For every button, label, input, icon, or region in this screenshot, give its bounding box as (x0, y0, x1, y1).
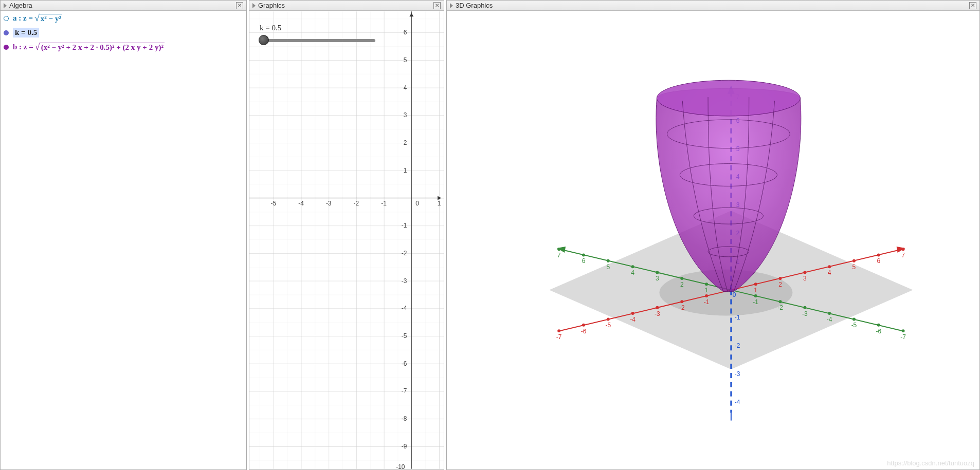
watermark: https://blog.csdn.net/tuntuozq (887, 459, 974, 467)
svg-point-110 (657, 80, 800, 116)
svg-point-96 (902, 329, 905, 332)
algebra-item-b[interactable]: b : z = √(x² − y² + 2 x + 2 · 0.5)² + (2… (1, 40, 246, 54)
visibility-toggle-k[interactable] (4, 30, 9, 35)
svg-text:6: 6 (404, 29, 407, 36)
svg-point-76 (631, 265, 634, 268)
3d-header[interactable]: 3D Graphics ✕ (447, 1, 979, 11)
collapse-icon[interactable] (252, 3, 256, 8)
svg-point-86 (779, 300, 782, 303)
svg-point-52 (877, 253, 880, 256)
svg-point-84 (754, 294, 757, 297)
svg-text:-9: -9 (402, 443, 407, 450)
svg-point-92 (852, 317, 856, 321)
algebra-header[interactable]: Algebra ✕ (1, 1, 246, 11)
svg-text:4: 4 (404, 84, 407, 91)
svg-text:-3: -3 (326, 200, 332, 207)
svg-text:-5: -5 (605, 322, 611, 329)
svg-text:2: 2 (680, 281, 684, 288)
slider-thumb[interactable] (259, 35, 269, 45)
close-icon[interactable]: ✕ (236, 2, 243, 9)
svg-text:-5: -5 (851, 322, 857, 329)
svg-text:-7: -7 (556, 333, 562, 341)
svg-text:-6: -6 (581, 328, 587, 335)
svg-point-94 (877, 324, 880, 327)
svg-text:0: 0 (415, 200, 419, 207)
svg-text:1: 1 (754, 287, 757, 294)
svg-point-78 (607, 259, 610, 262)
graphics-title: Graphics (258, 2, 433, 9)
svg-text:-6: -6 (876, 328, 881, 335)
algebra-panel: Algebra ✕ a : z = √x² − y² k = 0.5 b : z… (0, 0, 247, 470)
svg-text:6: 6 (877, 257, 880, 265)
svg-point-46 (803, 271, 806, 274)
svg-text:1: 1 (404, 167, 407, 174)
svg-text:-4: -4 (827, 316, 832, 323)
svg-text:-1: -1 (381, 200, 387, 207)
svg-text:2: 2 (404, 139, 407, 146)
graphics-header[interactable]: Graphics ✕ (249, 1, 444, 11)
svg-text:-10: -10 (396, 463, 405, 469)
collapse-icon[interactable] (4, 3, 7, 8)
svg-text:-3: -3 (735, 370, 740, 378)
svg-point-66 (582, 324, 585, 327)
svg-point-56 (705, 294, 708, 297)
formula-a-prefix: a : z = (13, 14, 33, 23)
3d-canvas[interactable]: 1234567-1-2-3-4-5-6-7 1234567-1-2-3-4-5-… (447, 11, 979, 469)
svg-text:-3: -3 (402, 277, 407, 285)
algebra-item-k[interactable]: k = 0.5 (1, 26, 246, 40)
close-icon[interactable]: ✕ (969, 2, 976, 9)
collapse-icon[interactable] (450, 3, 453, 8)
svg-point-74 (656, 271, 659, 274)
svg-text:-1: -1 (402, 222, 407, 229)
svg-point-82 (557, 248, 560, 251)
3d-graphics-panel: 3D Graphics ✕ 1234567-1-2-3-4-5-6-7 (446, 0, 980, 470)
svg-text:6: 6 (582, 257, 586, 265)
svg-text:4: 4 (631, 269, 634, 276)
svg-text:-6: -6 (402, 360, 407, 367)
svg-text:-1: -1 (753, 298, 758, 306)
svg-text:1: 1 (705, 287, 709, 294)
slider-track[interactable] (262, 39, 375, 42)
graphics-canvas[interactable]: -5 -4 -3 -2 -1 0 1 6 5 4 3 2 1 -1 -2 -3 … (249, 11, 444, 469)
svg-point-68 (557, 329, 560, 332)
svg-text:-7: -7 (900, 333, 906, 341)
formula-b-prefix: b : z = (13, 43, 33, 51)
svg-text:-5: -5 (270, 200, 276, 207)
svg-point-62 (631, 312, 634, 315)
formula-b-sqrt: √(x² − y² + 2 x + 2 · 0.5)² + (2 x y + 2… (33, 42, 165, 52)
svg-text:-3: -3 (802, 310, 808, 317)
svg-text:5: 5 (606, 264, 610, 271)
svg-point-88 (803, 306, 806, 309)
algebra-body: a : z = √x² − y² k = 0.5 b : z = √(x² − … (1, 11, 246, 469)
algebra-item-a[interactable]: a : z = √x² − y² (1, 11, 246, 26)
svg-text:-2: -2 (777, 304, 783, 311)
svg-text:-2: -2 (402, 250, 407, 257)
svg-text:3: 3 (656, 275, 659, 282)
svg-text:3: 3 (803, 275, 807, 282)
svg-text:5: 5 (852, 264, 856, 271)
svg-text:0: 0 (733, 291, 736, 298)
svg-text:-3: -3 (655, 310, 660, 317)
svg-text:-8: -8 (402, 415, 407, 422)
svg-point-80 (582, 253, 585, 256)
3d-title: 3D Graphics (456, 2, 969, 9)
svg-text:7: 7 (557, 252, 561, 259)
svg-text:-4: -4 (402, 305, 407, 312)
svg-point-72 (680, 277, 683, 280)
svg-text:-7: -7 (402, 387, 407, 394)
svg-text:3: 3 (404, 111, 407, 119)
close-icon[interactable]: ✕ (433, 2, 441, 9)
svg-text:4: 4 (828, 269, 831, 276)
svg-text:-4: -4 (298, 200, 304, 207)
graphics-body[interactable]: -5 -4 -3 -2 -1 0 1 6 5 4 3 2 1 -1 -2 -3 … (249, 11, 444, 469)
svg-point-44 (779, 277, 782, 280)
visibility-toggle-a[interactable] (4, 16, 9, 21)
visibility-toggle-b[interactable] (4, 45, 9, 50)
svg-text:-2: -2 (735, 342, 740, 349)
svg-text:5: 5 (404, 57, 407, 64)
svg-text:-1: -1 (735, 314, 740, 321)
svg-text:-2: -2 (354, 200, 359, 207)
3d-body[interactable]: 1234567-1-2-3-4-5-6-7 1234567-1-2-3-4-5-… (447, 11, 979, 469)
svg-point-70 (705, 283, 708, 286)
svg-point-64 (607, 317, 610, 321)
